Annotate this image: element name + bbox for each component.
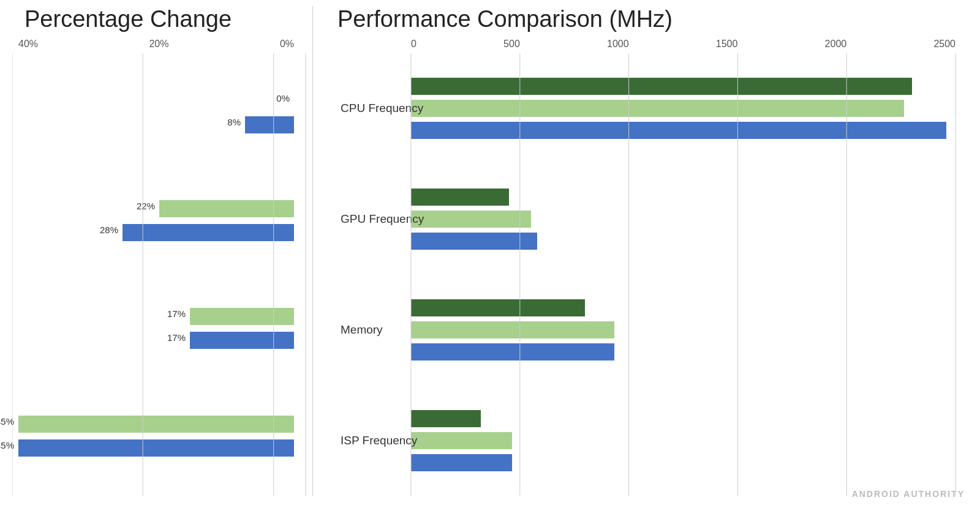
left-axis-label-0: 0% — [280, 39, 294, 50]
left-bar: 17% — [190, 332, 294, 349]
watermark: ANDROID AUTHORITY — [852, 489, 965, 499]
left-bar-row: 45% — [18, 414, 294, 435]
right-axis-1500: 1500 — [716, 39, 738, 50]
left-bar-row: 45% — [18, 438, 294, 458]
left-bar-label: 8% — [225, 116, 243, 128]
right-bar-row — [411, 77, 956, 96]
left-bar-label: 45% — [0, 439, 16, 451]
left-bar: 45% — [18, 416, 294, 433]
left-bar-group: 45%45% — [18, 414, 294, 458]
right-bar — [411, 100, 904, 117]
left-bar-group: 22%28% — [18, 198, 294, 243]
left-bar-label: 22% — [135, 200, 157, 212]
left-bar: 8% — [245, 116, 294, 133]
right-bar — [411, 321, 614, 338]
right-bar-row — [411, 187, 956, 207]
right-group-label: Memory — [341, 323, 383, 337]
left-bar-label: 17% — [165, 332, 187, 343]
left-bars-area: 0%8%22%28%17%17%45%45% — [12, 53, 306, 496]
left-bar: 28% — [123, 224, 294, 241]
left-bar-row: 0% — [18, 91, 294, 111]
right-bar-row — [411, 342, 956, 362]
right-bar — [411, 343, 614, 360]
left-bar: 22% — [159, 200, 294, 217]
left-bar: 17% — [190, 308, 294, 325]
left-bar-row: 28% — [18, 222, 294, 243]
right-chart-title: Performance Comparison (MHz) — [337, 6, 968, 32]
left-bar-label: 45% — [0, 416, 16, 427]
left-axis-labels: 40% 20% 0% — [12, 39, 306, 50]
right-bar — [411, 410, 481, 427]
left-axis-label-20: 20% — [149, 39, 168, 50]
right-bar-row — [411, 209, 956, 229]
right-bar — [411, 122, 946, 139]
left-bar-row: 17% — [18, 330, 294, 351]
right-bar — [411, 432, 512, 449]
left-bar-label: 28% — [98, 224, 120, 236]
left-bar-row: 17% — [18, 306, 294, 327]
right-bar — [411, 233, 537, 250]
right-bar-row — [411, 409, 956, 428]
main-container: Percentage Change 40% 20% 0% 0%8%22%28%1… — [0, 0, 980, 508]
right-axis-2000: 2000 — [825, 39, 847, 50]
right-axis-500: 500 — [503, 39, 520, 50]
right-bar-row — [411, 121, 956, 140]
right-bar-row — [411, 99, 956, 118]
right-bar-row — [411, 453, 956, 473]
right-axis-1000: 1000 — [607, 39, 629, 50]
left-bar-row: 8% — [18, 114, 294, 135]
left-bar-group: 0%8% — [18, 91, 294, 135]
right-bar-group: Memory — [411, 298, 956, 362]
right-bar-row — [411, 298, 956, 318]
right-bar — [411, 299, 585, 316]
right-axis-2500: 2500 — [933, 39, 956, 50]
right-chart: Performance Comparison (MHz) 0 500 1000 … — [319, 6, 968, 496]
right-group-label: ISP Frequency — [341, 434, 417, 447]
left-bar-label: 0% — [274, 92, 292, 104]
chart-divider — [312, 6, 313, 496]
right-bar-row — [411, 320, 956, 340]
left-bar-label: 17% — [165, 308, 187, 319]
right-bar-group: GPU Frequency — [411, 187, 956, 251]
right-bar-group: ISP Frequency — [411, 409, 956, 473]
right-bar — [411, 78, 912, 95]
left-bar: 45% — [18, 439, 294, 457]
right-bar-group: CPU Frequency — [411, 77, 956, 140]
right-bar — [411, 211, 531, 228]
right-axis-0: 0 — [411, 39, 417, 50]
right-bar — [411, 454, 512, 471]
right-bars-area: CPU FrequencyGPU FrequencyMemoryISP Freq… — [337, 53, 968, 496]
left-chart: Percentage Change 40% 20% 0% 0%8%22%28%1… — [12, 6, 306, 496]
left-axis-label-40: 40% — [18, 39, 38, 50]
right-bar — [411, 189, 509, 206]
left-bar-row: 22% — [18, 198, 294, 219]
right-bar-row — [411, 431, 956, 450]
right-group-label: CPU Frequency — [341, 102, 423, 115]
right-group-label: GPU Frequency — [341, 212, 424, 226]
right-axis-labels: 0 500 1000 1500 2000 2500 — [337, 39, 968, 50]
left-chart-title: Percentage Change — [12, 6, 306, 32]
left-bar-group: 17%17% — [18, 306, 294, 351]
right-bar-row — [411, 231, 956, 251]
